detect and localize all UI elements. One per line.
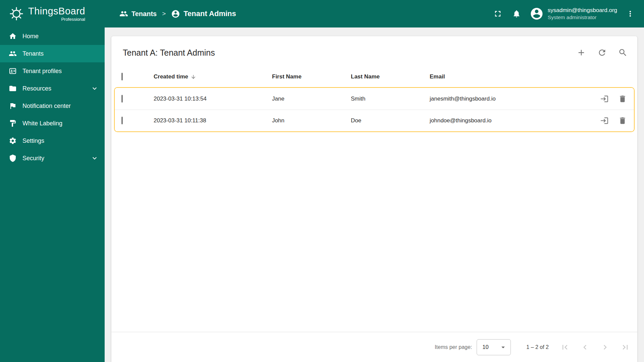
column-header-email[interactable]: Email [430, 73, 587, 80]
add-button[interactable] [574, 45, 589, 60]
items-per-page-label: Items per page: [435, 344, 472, 350]
search-icon [618, 48, 628, 57]
badge-icon [9, 67, 17, 75]
sidebar-item-tenant-profiles[interactable]: Tenant profiles [0, 62, 105, 80]
sidebar-item-resources[interactable]: Resources [0, 80, 105, 97]
login-icon [600, 116, 609, 125]
sidebar-item-notification-center[interactable]: Notification center [0, 97, 105, 115]
shield-icon [9, 154, 17, 162]
last-page-icon [621, 343, 630, 352]
column-header-last-name[interactable]: Last Name [351, 73, 430, 80]
sort-desc-arrow-icon [191, 74, 196, 80]
delete-user-button[interactable] [616, 92, 629, 106]
login-as-user-button[interactable] [598, 92, 611, 106]
brand-name: ThingsBoard [28, 6, 85, 16]
user-role: System administrator [548, 14, 617, 21]
page-title: Tenant A: Tenant Admins [123, 48, 215, 58]
breadcrumb-tenants-label: Tenants [131, 10, 157, 18]
next-page-button[interactable] [598, 340, 612, 355]
user-email: sysadmin@thingsboard.org [548, 7, 617, 14]
people-icon [119, 9, 128, 18]
login-icon [600, 95, 609, 103]
table-row[interactable]: 2023-03-31 10:11:38 John Doe johndoe@thi… [115, 110, 634, 131]
first-page-button[interactable] [557, 340, 572, 355]
breadcrumb-tenant-admins-label: Tenant Admins [183, 9, 236, 18]
column-header-created-time[interactable]: Created time [154, 73, 272, 80]
table-row[interactable]: 2023-03-31 10:13:54 Jane Smith janesmith… [115, 88, 634, 110]
user-menu-button[interactable] [623, 6, 638, 21]
sidebar-item-label: Security [22, 155, 44, 162]
breadcrumb-tenants[interactable]: Tenants [119, 9, 157, 18]
chevron-down-icon [91, 154, 99, 162]
breadcrumb-tenant-admins: Tenant Admins [171, 9, 236, 18]
cell-last-name: Doe [351, 117, 430, 124]
highlighted-rows-group: 2023-03-31 10:13:54 Jane Smith janesmith… [114, 87, 635, 132]
page-range-label: 1 – 2 of 2 [526, 344, 549, 350]
items-per-page-value: 10 [482, 344, 488, 350]
sidebar-item-white-labeling[interactable]: White Labeling [0, 115, 105, 132]
breadcrumb-separator: > [162, 10, 166, 17]
row-actions [587, 114, 634, 127]
refresh-button[interactable] [594, 45, 610, 60]
gear-icon [9, 137, 17, 145]
sidebar-item-label: Home [22, 33, 39, 40]
login-as-user-button[interactable] [598, 114, 611, 127]
home-icon [9, 32, 17, 40]
main-content: Tenant A: Tenant Admins [105, 27, 644, 362]
prev-page-button[interactable] [578, 340, 592, 355]
breadcrumb: Tenants > Tenant Admins [119, 9, 236, 18]
row-actions [587, 92, 634, 106]
trash-icon [618, 116, 627, 125]
sidebar-item-label: Resources [22, 85, 51, 92]
row-checkbox[interactable] [121, 95, 123, 103]
cell-created-time: 2023-03-31 10:11:38 [154, 117, 272, 124]
items-per-page-select[interactable]: 10 [477, 339, 511, 355]
cell-created-time: 2023-03-31 10:13:54 [154, 96, 272, 102]
sidebar-item-label: Notification center [22, 103, 71, 110]
column-label: Created time [154, 73, 188, 80]
table-header-row: Created time First Name Last Name Email [111, 66, 637, 87]
app-root: ThingsBoard Professional Tenants > Tenan… [0, 0, 644, 362]
chevron-down-icon [91, 84, 99, 93]
paint-roller-icon [9, 119, 17, 127]
sidebar-item-label: Tenants [22, 50, 44, 57]
paginator: Items per page: 10 1 – 2 of 2 [111, 332, 637, 362]
notifications-button[interactable] [509, 6, 524, 21]
bell-icon [512, 9, 521, 18]
sidebar-item-home[interactable]: Home [0, 27, 105, 45]
column-header-first-name[interactable]: First Name [272, 73, 351, 80]
trash-icon [618, 95, 627, 103]
thingsboard-logo-icon [9, 6, 24, 21]
last-page-button[interactable] [618, 340, 633, 355]
cell-first-name: John [272, 117, 351, 124]
cell-email: janesmith@thingsboard.io [430, 96, 587, 102]
sidebar-item-tenants[interactable]: Tenants [0, 45, 105, 62]
folder-icon [9, 84, 17, 93]
cell-email: johndoe@thingsboard.io [430, 117, 587, 124]
delete-user-button[interactable] [616, 114, 629, 127]
user-info: sysadmin@thingsboard.org System administ… [548, 7, 617, 21]
topbar-actions: sysadmin@thingsboard.org System administ… [490, 6, 644, 21]
brand-text: ThingsBoard Professional [28, 6, 85, 21]
dropdown-arrow-icon [499, 343, 507, 351]
refresh-icon [597, 48, 607, 57]
tenant-admins-card: Tenant A: Tenant Admins [111, 36, 637, 362]
sidebar-item-settings[interactable]: Settings [0, 132, 105, 149]
paginator-nav [557, 340, 633, 355]
row-checkbox[interactable] [121, 117, 123, 124]
row-checkbox-cell [115, 96, 154, 102]
people-icon [9, 50, 17, 58]
sidebar-item-security[interactable]: Security [0, 149, 105, 167]
first-page-icon [560, 343, 570, 352]
fullscreen-icon [493, 9, 502, 18]
search-button[interactable] [615, 45, 631, 60]
avatar[interactable] [530, 7, 544, 21]
flag-icon [9, 102, 17, 110]
row-checkbox-cell [115, 117, 154, 124]
table-empty-space [111, 132, 637, 332]
account-circle-icon [171, 9, 180, 18]
brand[interactable]: ThingsBoard Professional [0, 6, 105, 21]
prev-page-icon [580, 343, 590, 352]
select-all-checkbox[interactable] [121, 73, 123, 80]
fullscreen-button[interactable] [490, 6, 505, 21]
